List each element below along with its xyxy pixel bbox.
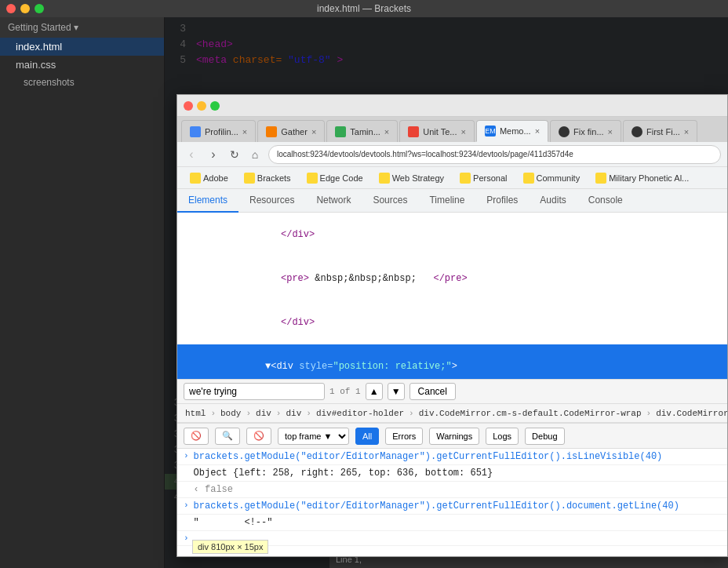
panel-tab-label: Audits: [540, 195, 566, 206]
bookmark-brackets[interactable]: Brackets: [238, 171, 297, 185]
html-attr: style=: [299, 361, 333, 372]
panel-tab-label: Resources: [249, 195, 294, 206]
console-result: " <!--": [194, 517, 721, 528]
breadcrumb-item-div2[interactable]: div: [282, 408, 304, 419]
chrome-tab-fixfin[interactable]: Fix fin... ×: [550, 120, 621, 142]
console-toolbar: 🚫 🔍 🚫 top frame ▼ All Errors Warnings Lo…: [177, 424, 727, 449]
panel-tab-network[interactable]: Network: [305, 189, 362, 213]
panel-tab-label: Network: [316, 195, 351, 206]
chrome-tab-gather[interactable]: Gather ×: [257, 120, 325, 142]
bookmark-icon-brackets: [244, 173, 255, 184]
chrome-tab-firstfi[interactable]: First Fi... ×: [623, 120, 697, 142]
bookmark-label: Web Strategy: [392, 173, 444, 183]
bookmark-icon-edgecode: [307, 173, 318, 184]
tab-close-icon[interactable]: ×: [535, 126, 540, 136]
titlebar: index.html — Brackets: [0, 0, 728, 17]
findbar: 1 of 1 ▲ ▼ Cancel: [177, 379, 727, 404]
chrome-tab-profiling[interactable]: Profilin... ×: [181, 120, 256, 142]
bookmark-label: Adobe: [203, 173, 228, 183]
maximize-button[interactable]: [35, 4, 44, 13]
bookmark-military[interactable]: Military Phonetic Al...: [589, 171, 695, 185]
addressbar[interactable]: localhost:9234/devtools/devtools.html?ws…: [268, 145, 721, 164]
panel-tab-resources[interactable]: Resources: [238, 189, 305, 213]
breadcrumb-item-div1[interactable]: div: [253, 408, 275, 419]
tab-close-icon[interactable]: ×: [608, 127, 613, 137]
home-button[interactable]: ⌂: [248, 147, 262, 162]
back-button[interactable]: ‹: [184, 147, 199, 162]
tab-close-icon[interactable]: ×: [242, 127, 247, 137]
find-up-button[interactable]: ▲: [366, 383, 383, 400]
console-errors-button[interactable]: Errors: [385, 428, 423, 445]
breadcrumb-item-codemirror[interactable]: div.CodeMirror.cm-s-default.CodeMirror-w…: [416, 408, 645, 419]
console-line: Object {left: 258, right: 265, top: 636,…: [177, 465, 727, 482]
bookmark-label: Edge Code: [320, 173, 363, 183]
console-command[interactable]: brackets.getModule("editor/EditorManager…: [194, 451, 721, 462]
sidebar-header-label: Getting Started ▾: [8, 22, 78, 33]
sidebar-item-screenshots[interactable]: screenshots: [0, 74, 164, 91]
panel-tab-profiles[interactable]: Profiles: [475, 189, 529, 213]
bookmark-webstrategy[interactable]: Web Strategy: [373, 171, 450, 185]
console-all-button[interactable]: All: [355, 428, 379, 445]
html-val: "utf-8": [288, 54, 331, 66]
breadcrumb-item-html[interactable]: html: [182, 408, 209, 419]
console-block-button[interactable]: 🚫: [246, 428, 271, 445]
console-logs-button[interactable]: Logs: [486, 428, 519, 445]
tab-close-icon[interactable]: ×: [460, 127, 465, 137]
devtools-maximize-button[interactable]: [210, 101, 220, 111]
panel-tab-console[interactable]: Console: [577, 189, 634, 213]
line-content: [192, 21, 728, 37]
forward-button[interactable]: ›: [206, 147, 221, 162]
html-line-selected[interactable]: ▼<div style="position: relative;">: [177, 344, 727, 379]
tab-label: First Fi...: [646, 127, 680, 137]
console-expand-icon[interactable]: ›: [184, 451, 189, 461]
sidebar-header[interactable]: Getting Started ▾: [0, 17, 164, 38]
bookmark-adobe[interactable]: Adobe: [184, 171, 235, 185]
console-command[interactable]: brackets.getModule("editor/EditorManager…: [194, 501, 721, 512]
minimize-button[interactable]: [20, 4, 30, 13]
editor-lines: 3 4 <head> 5 <meta charset= "utf-8" >: [165, 17, 728, 72]
sidebar-item-indexhtml[interactable]: index.html: [0, 38, 164, 56]
console-result-icon: [184, 468, 189, 477]
devtools-panel-tabs: Elements Resources Network Sources Timel…: [177, 189, 727, 213]
html-tag: <head>: [196, 38, 233, 50]
panel-tab-timeline[interactable]: Timeline: [418, 189, 475, 213]
console-debug-button[interactable]: Debug: [525, 428, 564, 445]
console-clear-button[interactable]: 🚫: [184, 428, 209, 445]
console-expand-icon[interactable]: ›: [184, 533, 189, 543]
tab-icon-taming: [335, 126, 346, 137]
panel-tab-elements[interactable]: Elements: [177, 189, 238, 213]
breadcrumb-item-scroll[interactable]: div.CodeMirror-scroll: [653, 408, 727, 419]
console-frame-select[interactable]: top frame ▼: [278, 428, 349, 445]
html-content[interactable]: </div> <pre> &nbsp;&nbsp;&nbsp; </pre> <…: [177, 213, 727, 379]
console-filter-button[interactable]: 🔍: [215, 428, 240, 445]
console-result-icon: [184, 517, 189, 526]
console-warnings-button[interactable]: Warnings: [429, 428, 479, 445]
tab-close-icon[interactable]: ×: [684, 127, 689, 137]
bookmark-label: Personal: [473, 173, 507, 183]
html-tag: </div>: [281, 229, 315, 240]
chrome-tab-taming[interactable]: Tamin... ×: [326, 120, 398, 142]
sidebar-item-maincss[interactable]: main.css: [0, 56, 164, 74]
devtools-close-button[interactable]: [184, 101, 193, 111]
bookmark-community[interactable]: Community: [517, 171, 587, 185]
bookmark-personal[interactable]: Personal: [453, 171, 513, 185]
refresh-button[interactable]: ↻: [228, 147, 242, 162]
chrome-tab-memory[interactable]: EM Memo... ×: [476, 120, 548, 142]
panel-tab-audits[interactable]: Audits: [529, 189, 577, 213]
tab-close-icon[interactable]: ×: [384, 127, 389, 137]
html-val: "position: relative;": [333, 361, 451, 372]
console-expand-icon[interactable]: ›: [184, 501, 189, 510]
find-input[interactable]: [184, 383, 325, 400]
console-result-icon: [184, 484, 189, 493]
breadcrumb-item-body[interactable]: body: [217, 408, 244, 419]
tab-close-icon[interactable]: ×: [311, 127, 316, 137]
find-down-button[interactable]: ▼: [388, 383, 405, 400]
bookmark-label: Brackets: [257, 173, 291, 183]
panel-tab-sources[interactable]: Sources: [362, 189, 418, 213]
bookmark-edgecode[interactable]: Edge Code: [300, 171, 369, 185]
chrome-tab-unit[interactable]: Unit Te... ×: [399, 120, 475, 142]
find-cancel-button[interactable]: Cancel: [410, 383, 456, 400]
devtools-minimize-button[interactable]: [197, 101, 206, 111]
close-button[interactable]: [6, 4, 16, 13]
breadcrumb-item-editor-holder[interactable]: div#editor-holder: [313, 408, 407, 419]
